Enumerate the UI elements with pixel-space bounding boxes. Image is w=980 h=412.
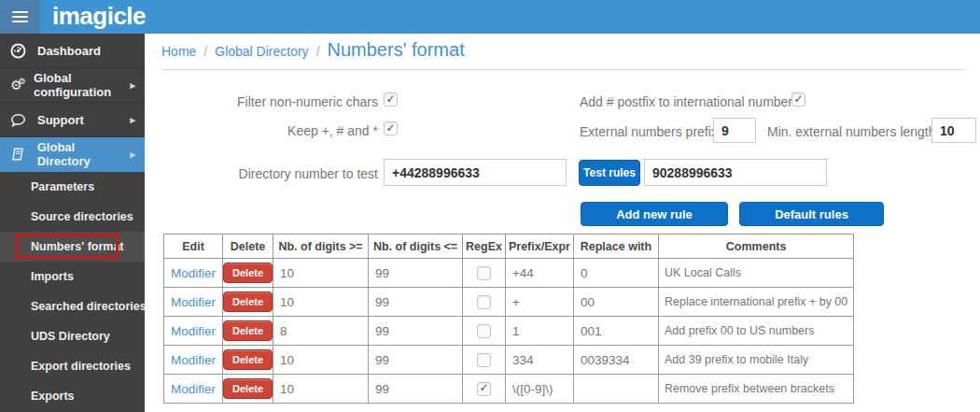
cell-comment: UK Local Calls (658, 259, 853, 288)
imagicle-logo: imagicle (52, 0, 146, 34)
delete-rule-button[interactable]: Delete (223, 320, 273, 341)
column-header-comments: Comments (658, 234, 853, 259)
column-header-nb-of-digits: Nb. of digits >= (273, 234, 369, 259)
delete-rule-button[interactable]: Delete (223, 378, 273, 399)
add-new-rule-button[interactable]: Add new rule (581, 202, 728, 226)
cell-max-digits: 99 (369, 346, 463, 375)
breadcrumb: Home / Global Directory / Numbers' forma… (161, 39, 465, 61)
modify-rule-link[interactable]: Modifier (171, 266, 216, 280)
dashboard-gauge-icon (10, 43, 30, 59)
column-header-prefix-expr: Prefix/Expr (505, 234, 573, 259)
cell-delete: Delete (223, 317, 273, 346)
delete-rule-button[interactable]: Delete (223, 291, 273, 312)
cell-regex (463, 375, 506, 404)
chevron-right-icon: ▸ (130, 79, 135, 92)
cell-min-digits: 8 (273, 317, 369, 346)
external-prefix-input[interactable] (713, 118, 756, 143)
cell-min-digits: 10 (273, 259, 369, 288)
default-rules-button[interactable]: Default rules (739, 202, 884, 226)
delete-rule-button[interactable]: Delete (223, 263, 273, 283)
breadcrumb-link-global-directory[interactable]: Global Directory (215, 44, 308, 59)
cell-delete: Delete (223, 259, 273, 288)
cell-max-digits: 99 (369, 259, 463, 288)
keep-chars-checkbox[interactable] (384, 121, 398, 135)
sidebar-item-label: Support (37, 113, 84, 127)
book-icon (10, 147, 30, 162)
sidebar-subitem-imports[interactable]: Imports (0, 262, 145, 291)
column-header-replace-with: Replace with (573, 234, 658, 259)
cell-edit: Modifier (164, 375, 223, 404)
main-content: Home / Global Directory / Numbers' forma… (0, 0, 980, 412)
cell-min-digits: 10 (273, 288, 369, 317)
cell-prefix-expr: 334 (505, 346, 573, 375)
sidebar-subitem-exports[interactable]: Exports (0, 381, 145, 411)
min-length-input[interactable] (931, 118, 976, 143)
cell-delete: Delete (223, 375, 273, 404)
external-prefix-label: External numbers prefix (580, 124, 718, 139)
regex-checkbox[interactable] (477, 353, 491, 367)
test-number-input[interactable] (384, 159, 567, 186)
regex-checkbox[interactable] (477, 295, 491, 309)
delete-rule-button[interactable]: Delete (223, 349, 273, 370)
keep-chars-label: Keep +, # and * (161, 123, 378, 138)
breadcrumb-link-home[interactable]: Home (161, 44, 196, 59)
postfix-international-checkbox[interactable] (791, 92, 805, 107)
postfix-international-label: Add # postfix to international numbers (580, 94, 799, 109)
filter-non-numeric-label: Filter non-numeric chars (161, 94, 378, 109)
cell-replace-with: 0 (573, 259, 658, 288)
cell-delete: Delete (223, 346, 273, 375)
modify-rule-link[interactable]: Modifier (171, 353, 216, 367)
table-row: ModifierDelete1099\([0-9]\)Remove prefix… (164, 375, 854, 404)
cell-prefix-expr: +44 (505, 259, 573, 288)
cell-prefix-expr: 1 (505, 317, 573, 346)
breadcrumb-separator: / (203, 44, 207, 59)
cell-delete: Delete (223, 288, 273, 317)
cell-max-digits: 99 (369, 317, 463, 346)
table-row: ModifierDelete1099+00Replace internation… (164, 288, 854, 317)
cell-edit: Modifier (164, 317, 223, 346)
column-header-regex: RegEx (463, 234, 506, 259)
test-rules-button[interactable]: Test rules (579, 160, 640, 186)
chevron-right-icon: ▸ (130, 114, 135, 126)
sidebar-subitem-export-directories[interactable]: Export directories (0, 351, 145, 381)
modify-rule-link[interactable]: Modifier (171, 324, 216, 338)
sidebar-subitem-parameters[interactable]: Parameters (0, 172, 145, 202)
hamburger-icon (12, 11, 28, 13)
sidebar-subitem-source-directories[interactable]: Source directories (0, 202, 145, 232)
cell-regex (463, 317, 506, 346)
filter-non-numeric-checkbox[interactable] (384, 92, 398, 107)
regex-checkbox[interactable] (477, 324, 491, 338)
cell-min-digits: 10 (273, 375, 369, 404)
sidebar-item-global-directory[interactable]: Global Directory▸ (0, 137, 145, 172)
modify-rule-link[interactable]: Modifier (171, 295, 216, 309)
regex-checkbox[interactable] (477, 382, 491, 396)
cell-comment: Add 39 prefix to mobile Italy (658, 346, 853, 375)
sidebar-subitem-searched-directories[interactable]: Searched directories (0, 291, 145, 321)
cell-edit: Modifier (164, 259, 223, 288)
hamburger-menu-button[interactable] (0, 0, 40, 34)
cell-replace-with: 0039334 (573, 346, 658, 375)
sidebar-item-label: Global configuration (34, 71, 130, 99)
sidebar-item-global-configuration[interactable]: ⚙⚙Global configuration▸ (0, 68, 145, 103)
table-header-row: EditDeleteNb. of digits >=Nb. of digits … (164, 234, 854, 259)
cell-comment: Add prefix 00 to US numbers (658, 317, 853, 346)
sidebar-item-label: Dashboard (37, 44, 101, 58)
regex-checkbox[interactable] (477, 266, 491, 280)
gears-icon: ⚙⚙ (10, 78, 26, 92)
modify-rule-link[interactable]: Modifier (171, 382, 216, 396)
chat-bubble-icon (10, 112, 30, 128)
table-row: ModifierDelete1099+440UK Local Calls (164, 259, 854, 288)
test-result-input[interactable] (644, 159, 827, 186)
breadcrumb-divider (161, 69, 966, 70)
cell-edit: Modifier (164, 346, 223, 375)
cell-comment: Replace international prefix + by 00 (658, 288, 853, 317)
rules-table: EditDeleteNb. of digits >=Nb. of digits … (163, 234, 854, 404)
sidebar-subitem-uds-directory[interactable]: UDS Directory (0, 321, 145, 351)
cell-regex (463, 288, 506, 317)
cell-min-digits: 10 (273, 346, 369, 375)
sidebar-item-support[interactable]: Support▸ (0, 103, 145, 137)
sidebar-subitem-numbers-format[interactable]: Numbers' format (0, 232, 145, 262)
sidebar-item-dashboard[interactable]: Dashboard (0, 34, 145, 68)
chevron-right-icon: ▸ (130, 149, 135, 161)
cell-max-digits: 99 (369, 288, 463, 317)
